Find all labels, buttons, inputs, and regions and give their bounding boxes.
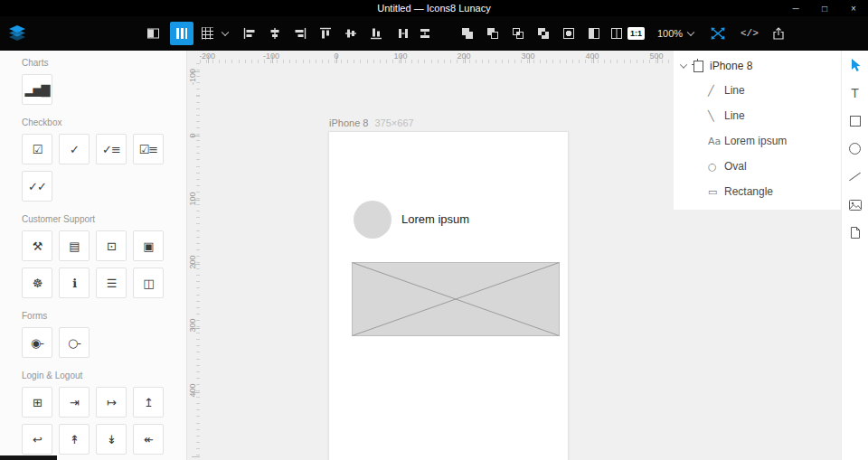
- download-icon[interactable]: ↡: [96, 424, 127, 455]
- align-right-icon[interactable]: [294, 27, 307, 40]
- artboard-size: 375×667: [375, 117, 414, 128]
- tools-icon[interactable]: ⚒: [22, 230, 52, 261]
- image-tool[interactable]: [842, 191, 868, 219]
- page-icon: [850, 226, 861, 239]
- tile-glyph: ☑: [33, 144, 42, 155]
- collapse-chevron-icon[interactable]: [680, 61, 687, 68]
- ruler-label: 400: [581, 52, 603, 61]
- select-tool[interactable]: [842, 51, 868, 79]
- section-label: Login & Logout: [22, 371, 186, 380]
- page-tool[interactable]: [842, 219, 868, 247]
- zoom-dropdown-chevron-icon[interactable]: [687, 29, 694, 36]
- layer-row[interactable]: Aa Lorem ipsum: [674, 128, 841, 154]
- tile-glyph: ◫: [143, 277, 153, 289]
- library-section-customer-support: Customer Support ⚒ ▤ ⊡ ▣ ☸ ℹ ☰ ◫: [0, 214, 186, 298]
- lifebuoy-icon[interactable]: ☸: [22, 268, 52, 298]
- layer-name: Line: [724, 84, 745, 97]
- close-button[interactable]: ×: [839, 0, 868, 16]
- ruler-label: 300: [517, 52, 539, 61]
- layer-name: Oval: [724, 160, 747, 173]
- copy-icon[interactable]: ▣: [133, 230, 164, 261]
- lunacy-logo-icon[interactable]: [7, 25, 27, 42]
- ruler-label: 0: [326, 52, 347, 61]
- oval-icon: ○: [708, 161, 724, 173]
- login-scan-icon[interactable]: ⊞: [22, 387, 52, 418]
- layer-row[interactable]: ○ Oval: [674, 154, 841, 179]
- grid-dropdown-chevron-icon[interactable]: [222, 29, 229, 36]
- code-view-button[interactable]: </>: [741, 28, 759, 39]
- left-panel-toggle-icon[interactable]: [147, 29, 159, 39]
- image-placeholder-rectangle[interactable]: [352, 262, 560, 336]
- align-middle-vertical-icon[interactable]: [344, 27, 357, 40]
- icon-library-panel: Charts ▂▅▇ Checkbox ☑ ✓ ✓≡ ☑≡ ✓✓: [0, 51, 187, 460]
- radio-checked-icon[interactable]: ◉-: [22, 327, 52, 358]
- ruler-label: 200: [188, 248, 197, 277]
- tile-glyph: ▤: [69, 240, 79, 252]
- ruler-corner: [188, 51, 200, 63]
- zoom-level[interactable]: 100%: [657, 28, 683, 39]
- align-left-icon[interactable]: [243, 27, 256, 40]
- checkbox-checked-icon[interactable]: ☑: [22, 134, 52, 164]
- align-top-icon[interactable]: [319, 27, 332, 40]
- info-icon[interactable]: ℹ: [59, 268, 90, 298]
- export-icon[interactable]: [772, 27, 785, 41]
- feedback-icon[interactable]: ☰: [96, 268, 127, 298]
- online-support-icon[interactable]: ⊡: [96, 230, 127, 261]
- distribute-vertical-icon[interactable]: [419, 27, 431, 40]
- intersect-icon[interactable]: [512, 27, 524, 40]
- layout-grid-icon[interactable]: [170, 22, 193, 45]
- artboard-iphone8[interactable]: iPhone 8 375×667 Lorem ipsum: [328, 131, 569, 460]
- layer-row[interactable]: ╲ Line: [674, 103, 841, 128]
- union-icon[interactable]: [461, 27, 474, 40]
- library-section-checkbox: Checkbox ☑ ✓ ✓≡ ☑≡ ✓✓: [0, 117, 186, 202]
- ruler-label: 200: [453, 52, 475, 61]
- login-icon[interactable]: ⇥: [59, 387, 90, 418]
- logout-icon[interactable]: ↦: [96, 387, 127, 418]
- radio-icon[interactable]: ○-: [59, 327, 90, 358]
- main-toolbar: 1:1 100% </>: [0, 16, 868, 51]
- line-chart-icon[interactable]: ▂▅▇: [22, 74, 52, 105]
- oval-shape[interactable]: [354, 201, 392, 239]
- layer-root-iphone8[interactable]: iPhone 8: [674, 54, 841, 78]
- rectangle-tool[interactable]: [842, 107, 868, 135]
- maximize-button[interactable]: □: [810, 0, 839, 16]
- checklist-check-icon[interactable]: ✓≡: [96, 134, 127, 164]
- minimize-button[interactable]: ─: [781, 0, 810, 16]
- double-check-icon[interactable]: ✓✓: [22, 171, 52, 202]
- align-center-horizontal-icon[interactable]: [269, 27, 281, 40]
- pixel-ratio-badge[interactable]: 1:1: [627, 27, 645, 40]
- back-arrow-icon[interactable]: ↩: [22, 424, 52, 455]
- tile-glyph: ⇥: [70, 397, 79, 408]
- difference-icon[interactable]: [537, 27, 550, 40]
- footer-strip: [0, 455, 57, 460]
- checkmark-icon[interactable]: ✓: [59, 134, 90, 164]
- line-tool[interactable]: [842, 163, 868, 191]
- artboard-name[interactable]: iPhone 8: [329, 117, 368, 128]
- distribute-horizontal-icon[interactable]: [397, 27, 410, 40]
- user-manual-icon[interactable]: ◫: [133, 268, 164, 298]
- layer-row[interactable]: ╱ Line: [674, 78, 841, 103]
- artboard-label[interactable]: iPhone 8 375×667: [329, 117, 414, 128]
- tile-glyph: ✓: [70, 144, 79, 155]
- text-layer[interactable]: Lorem ipsum: [401, 212, 469, 226]
- layer-name: Rectangle: [724, 185, 773, 198]
- align-bottom-icon[interactable]: [370, 27, 382, 40]
- tile-glyph: ✓≡: [102, 144, 120, 155]
- tile-glyph: ✓✓: [28, 181, 46, 192]
- tile-glyph: ◉-: [31, 337, 43, 349]
- zoom-to-fit-icon[interactable]: [711, 27, 725, 40]
- mask-icon[interactable]: [562, 27, 575, 40]
- subtract-icon[interactable]: [486, 27, 499, 40]
- grid-icon[interactable]: [202, 28, 213, 40]
- survey-icon[interactable]: ▤: [59, 230, 90, 261]
- layer-row[interactable]: ▭ Rectangle: [674, 179, 841, 204]
- preview-icon[interactable]: [610, 27, 623, 40]
- return-icon[interactable]: ↞: [133, 424, 164, 455]
- flip-icon[interactable]: [588, 27, 600, 40]
- library-section-forms: Forms ◉- ○-: [0, 311, 186, 358]
- shutdown-icon[interactable]: ↥: [133, 387, 164, 418]
- text-tool[interactable]: T: [842, 79, 868, 107]
- upload-icon[interactable]: ↟: [59, 424, 90, 455]
- oval-tool[interactable]: [842, 135, 868, 163]
- checklist-box-icon[interactable]: ☑≡: [133, 134, 164, 164]
